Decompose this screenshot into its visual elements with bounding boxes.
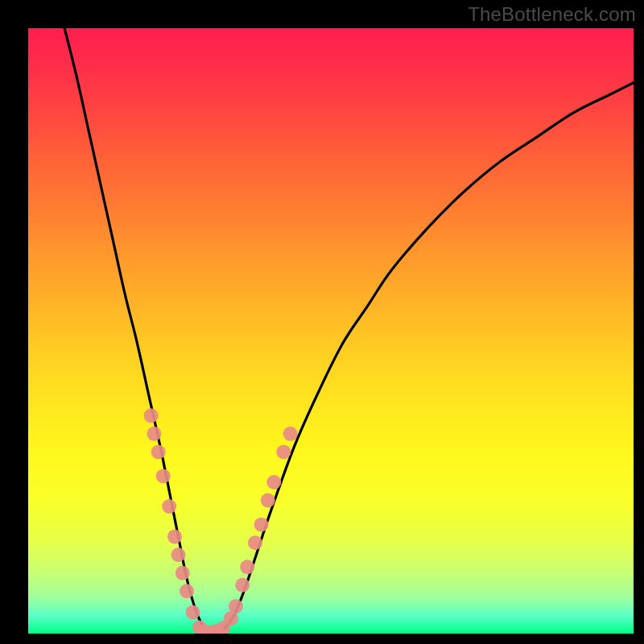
data-marker: [171, 547, 186, 562]
data-marker: [167, 530, 182, 544]
watermark-text: TheBottleneck.com: [468, 3, 636, 26]
data-marker: [240, 559, 254, 574]
data-marker: [175, 566, 190, 580]
bottleneck-curve: [64, 28, 634, 634]
data-markers: [144, 408, 298, 634]
data-marker: [254, 518, 269, 532]
data-marker: [162, 499, 176, 514]
data-marker: [144, 408, 159, 423]
data-marker: [186, 605, 200, 620]
curve-svg: [28, 28, 634, 634]
plot-area: [28, 28, 634, 634]
data-marker: [283, 427, 298, 441]
chart-frame: TheBottleneck.com: [0, 0, 644, 644]
data-marker: [261, 493, 275, 508]
data-marker: [147, 427, 161, 441]
data-marker: [235, 578, 250, 592]
data-marker: [151, 444, 166, 459]
data-marker: [248, 535, 262, 550]
data-marker: [180, 584, 194, 598]
data-marker: [266, 475, 281, 489]
data-marker: [156, 469, 171, 483]
data-marker: [276, 444, 291, 459]
data-marker: [229, 599, 243, 613]
